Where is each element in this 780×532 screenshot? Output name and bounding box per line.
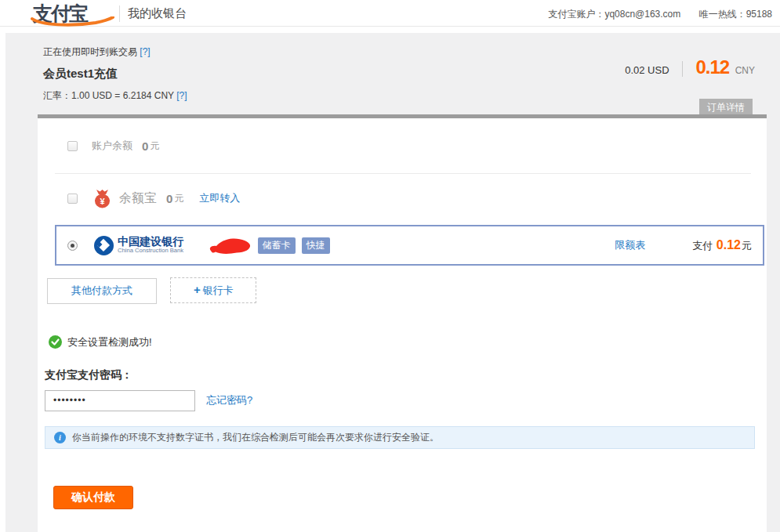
balance-payment-row: 账户余额 0 元 (55, 118, 751, 174)
yuebao-amount: 0 (166, 192, 172, 205)
order-summary-band: 正在使用即时到账交易 [?] 会员test1充值 汇率：1.00 USD = 6… (5, 33, 780, 532)
pay-amount: 0.12 (717, 238, 741, 252)
limit-table-link[interactable]: 限额表 (615, 238, 645, 252)
redaction-scribble (208, 234, 252, 256)
svg-text:¥: ¥ (100, 197, 105, 206)
success-check-icon (49, 335, 62, 349)
hotline-value: 95188 (746, 9, 772, 20)
cny-amount: 0.12 (695, 56, 729, 78)
account-value: yq08cn@163.com (604, 9, 680, 20)
bank-radio[interactable] (67, 241, 78, 251)
svg-text:i: i (59, 433, 61, 442)
password-row: 忘记密码? (45, 390, 767, 411)
confirm-payment-button[interactable]: 确认付款 (53, 486, 133, 509)
yuebao-unit: 元 (174, 192, 183, 205)
plus-icon: + (194, 283, 201, 296)
balance-label: 账户余额 (92, 139, 132, 153)
exchange-rate-value: 1.00 USD = 6.2184 CNY (71, 90, 174, 101)
password-label: 支付宝支付密码： (45, 368, 767, 382)
payment-buttons-row: 其他付款方式 +银行卡 (47, 277, 767, 304)
pay-amount-line: 支付 0.12元 (692, 238, 752, 253)
order-title: 会员test1充值 (43, 67, 187, 81)
info-icon: i (54, 432, 66, 443)
header-divider (119, 5, 120, 22)
hotline-label: 唯一热线： (699, 9, 746, 20)
account-label: 支付宝账户： (548, 9, 604, 20)
debit-card-badge: 储蓄卡 (258, 237, 296, 254)
security-check-text: 安全设置检测成功! (67, 335, 152, 349)
usd-amount: 0.02 USD (625, 64, 669, 76)
cny-currency: CNY (735, 65, 755, 76)
payment-panel: 账户余额 0 元 ¥ 余额宝 0 元 立即转入 (38, 114, 767, 532)
forgot-password-link[interactable]: 忘记密码? (206, 393, 252, 407)
security-notice-text: 你当前操作的环境不支持数字证书，我们在综合检测后可能会再次要求你进行安全验证。 (72, 431, 439, 444)
security-notice-bar: i 你当前操作的环境不支持数字证书，我们在综合检测后可能会再次要求你进行安全验证… (45, 426, 755, 449)
order-info: 正在使用即时到账交易 [?] 会员test1充值 汇率：1.00 USD = 6… (43, 45, 187, 103)
order-amounts: 0.02 USD 0.12 CNY (625, 56, 755, 78)
bank-radio-dot (71, 244, 74, 248)
ccb-bank-name: 中国建设银行 China Construction Bank (118, 236, 187, 254)
yuebao-transfer-link[interactable]: 立即转入 (199, 191, 240, 205)
exchange-rate-label: 汇率： (43, 90, 71, 101)
page-title: 我的收银台 (128, 6, 187, 21)
ccb-name-cn: 中国建设银行 (118, 236, 187, 248)
quick-pay-badge: 快捷 (302, 237, 330, 254)
alipay-logo[interactable]: 支付宝 (30, 1, 118, 26)
alipay-logo-swoosh-icon (30, 16, 118, 27)
yuebao-label: 余额宝 (119, 190, 157, 207)
payment-password-input[interactable] (45, 390, 195, 411)
transaction-help-link[interactable]: [?] (140, 46, 150, 57)
pay-label: 支付 (692, 240, 713, 252)
header: 支付宝 我的收银台 支付宝账户：yq08cn@163.com 唯一热线：9518… (0, 0, 780, 27)
add-bank-card-button[interactable]: +银行卡 (170, 277, 256, 303)
balance-checkbox[interactable] (67, 141, 78, 151)
bank-card-option[interactable]: 中国建设银行 China Construction Bank 储蓄卡 快捷 限额… (55, 225, 764, 266)
amount-divider (682, 61, 683, 77)
order-details-tab[interactable]: 订单详情 (699, 99, 753, 116)
balance-unit: 元 (150, 139, 159, 153)
yuebao-payment-row: ¥ 余额宝 0 元 立即转入 (55, 174, 751, 223)
balance-amount: 0 (142, 139, 148, 153)
money-bag-icon: ¥ (93, 189, 111, 208)
yuebao-checkbox[interactable] (67, 194, 78, 204)
header-account-info: 支付宝账户：yq08cn@163.com 唯一热线：95188 (548, 8, 772, 21)
exchange-rate-help-link[interactable]: [?] (176, 90, 187, 101)
ccb-name-en: China Construction Bank (118, 248, 183, 254)
ccb-bank-logo-icon (93, 235, 114, 256)
other-payment-button[interactable]: 其他付款方式 (47, 278, 157, 304)
transaction-type-text: 正在使用即时到账交易 (43, 46, 137, 57)
security-check-status: 安全设置检测成功! (49, 335, 767, 349)
pay-unit: 元 (742, 240, 752, 252)
alipay-cashier-page: 支付宝 我的收银台 支付宝账户：yq08cn@163.com 唯一热线：9518… (0, 0, 780, 532)
